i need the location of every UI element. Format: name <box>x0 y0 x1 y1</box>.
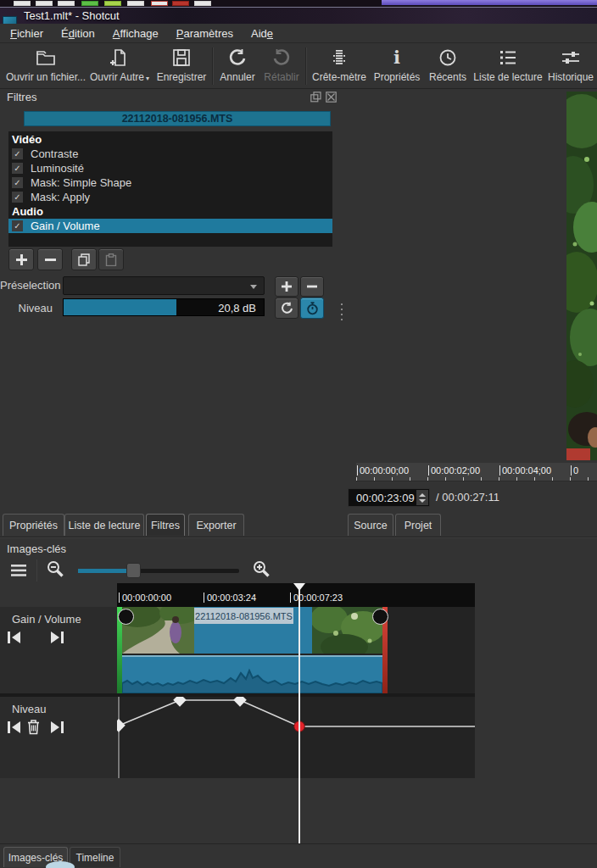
tab-proprietes[interactable]: Propriétés <box>3 514 64 536</box>
position-spinbox[interactable]: 00:00:23:09 <box>348 488 430 507</box>
toolbar-label: Rétablir <box>264 71 298 83</box>
open-other-button[interactable]: Ouvrir Autre▾ <box>90 47 149 83</box>
ruler-tick-label: 00:00:02;00 <box>428 465 480 476</box>
paste-filters-button[interactable] <box>98 248 124 270</box>
ruler-tick-label: 00:00:00;00 <box>357 465 409 476</box>
panel-splitter-handle[interactable] <box>341 303 343 324</box>
open-file-button[interactable]: Ouvrir un fichier... <box>5 47 86 83</box>
ruler-tick-label: 00:00:04;00 <box>499 465 551 476</box>
spinner-buttons[interactable] <box>416 490 428 505</box>
level-slider-fill <box>64 299 176 316</box>
filter-row-luminosite[interactable]: ✓ Luminosité <box>8 161 332 175</box>
redo-button[interactable]: Rétablir <box>261 47 302 83</box>
delete-preset-button[interactable] <box>300 276 324 297</box>
history-icon <box>561 47 581 67</box>
spin-down-icon[interactable] <box>419 499 426 503</box>
tab-timeline[interactable]: Timeline <box>70 847 120 867</box>
video-section-header: Vidéo <box>12 132 329 147</box>
tab-liste-de-lecture[interactable]: Liste de lecture <box>64 514 144 536</box>
menu-affichage[interactable]: Affichage <box>109 25 162 42</box>
keyframe-diamond[interactable] <box>117 719 126 732</box>
tab-projet[interactable]: Projet <box>395 514 441 536</box>
recents-button[interactable]: Récents <box>426 47 470 83</box>
desktop-button <box>172 1 189 6</box>
peak-meter-button[interactable]: Crête-mètre <box>312 47 366 83</box>
keyframe-diamond[interactable] <box>173 697 187 707</box>
clip-audio-waveform[interactable] <box>122 655 382 693</box>
save-preset-button[interactable] <box>275 276 298 297</box>
ruler-minor-ticks <box>356 477 597 481</box>
shotcut-window: Test1.mlt* - Shotcut Fichier Édition Aff… <box>0 0 597 868</box>
delete-keyframe-trash-button[interactable] <box>26 719 41 735</box>
checkbox-checked-icon[interactable]: ✓ <box>12 177 23 188</box>
reset-level-button[interactable] <box>275 298 298 319</box>
zoom-slider-handle[interactable] <box>126 563 141 578</box>
seek-previous-keyframe-button[interactable] <box>7 721 22 734</box>
history-button[interactable]: Historique <box>546 47 595 83</box>
open-other-icon <box>110 47 129 67</box>
keyframe-diamond[interactable] <box>233 697 247 707</box>
seek-next-keyframe-button[interactable] <box>49 631 64 644</box>
checkbox-checked-icon[interactable]: ✓ <box>12 163 23 174</box>
playhead-handle[interactable] <box>293 583 305 591</box>
title-bar[interactable]: Test1.mlt* - Shotcut <box>0 7 597 24</box>
toolbar-separator <box>36 559 37 581</box>
fade-out-handle[interactable] <box>372 609 388 625</box>
copy-filters-button[interactable] <box>71 248 97 270</box>
close-panel-icon[interactable] <box>326 92 337 103</box>
checkbox-checked-icon[interactable]: ✓ <box>12 148 23 159</box>
zoom-in-button[interactable] <box>249 559 275 581</box>
add-filter-button[interactable] <box>8 248 34 270</box>
player-time-ruler[interactable]: 00:00:00;00 00:00:02;00 00:00:04;00 0 <box>356 463 597 481</box>
position-value: 00:00:23:09 <box>356 492 415 504</box>
properties-button[interactable]: i Propriétés <box>371 47 422 83</box>
clip-video-band[interactable]: 22112018-081956.MTS <box>122 607 382 654</box>
level-slider[interactable]: 20,8 dB <box>63 298 265 316</box>
filters-panel-title: Filtres <box>7 91 36 103</box>
open-file-icon <box>36 47 56 67</box>
filter-row-mask-simple-shape[interactable]: ✓ Mask: Simple Shape <box>8 175 332 190</box>
filter-row-gain-volume-selected[interactable]: ✓ Gain / Volume <box>8 219 332 233</box>
toolbar-label: Annuler <box>220 71 254 83</box>
level-value: 20,8 dB <box>218 302 256 314</box>
recents-clock-icon <box>438 47 457 67</box>
undo-icon <box>228 47 247 67</box>
menu-edition[interactable]: Édition <box>58 25 98 42</box>
menu-fichier[interactable]: Fichier <box>7 25 47 42</box>
level-label: Niveau <box>0 302 53 314</box>
filter-row-mask-apply[interactable]: ✓ Mask: Apply <box>8 190 332 204</box>
checkbox-checked-icon[interactable]: ✓ <box>12 192 23 203</box>
keyframes-zoom-slider[interactable] <box>78 569 239 573</box>
filter-row-contraste[interactable]: ✓ Contraste <box>8 147 332 161</box>
spin-up-icon[interactable] <box>419 493 426 497</box>
tab-source[interactable]: Source <box>348 514 393 536</box>
toolbar-label: Propriétés <box>374 71 421 83</box>
filter-list: Vidéo ✓ Contraste ✓ Luminosité ✓ Mask: S… <box>8 131 332 247</box>
desktop-button <box>194 1 211 6</box>
seek-previous-keyframe-button[interactable] <box>7 631 22 644</box>
preset-dropdown[interactable] <box>63 276 265 295</box>
tab-filtres[interactable]: Filtres <box>146 514 185 536</box>
fade-in-handle[interactable] <box>118 609 134 625</box>
playhead-line[interactable] <box>298 583 300 843</box>
playlist-button[interactable]: Liste de lecture <box>471 47 544 83</box>
save-button[interactable]: Enregistrer <box>151 47 212 83</box>
toolbar-label: Liste de lecture <box>473 71 542 83</box>
zoom-out-button[interactable] <box>44 559 68 581</box>
keyframes-panel-title: Images-clés <box>7 542 66 555</box>
remove-filter-button[interactable] <box>37 248 63 270</box>
seek-next-keyframe-button[interactable] <box>49 721 64 734</box>
tab-exporter[interactable]: Exporter <box>188 514 244 536</box>
level-keyframe-curve[interactable] <box>117 697 475 778</box>
keyframes-stopwatch-button[interactable] <box>300 298 324 319</box>
track-name: Gain / Volume <box>12 613 81 626</box>
toolbar-separator <box>305 47 307 85</box>
undo-button[interactable]: Annuler <box>215 47 259 83</box>
video-preview <box>566 92 597 460</box>
menu-aide[interactable]: Aide <box>248 25 276 42</box>
float-panel-icon[interactable] <box>310 92 321 103</box>
keyframes-menu-button[interactable] <box>7 561 31 580</box>
checkbox-checked-icon[interactable]: ✓ <box>12 220 23 231</box>
menu-parametres[interactable]: Paramètres <box>173 25 237 42</box>
desktop-button <box>127 1 144 6</box>
